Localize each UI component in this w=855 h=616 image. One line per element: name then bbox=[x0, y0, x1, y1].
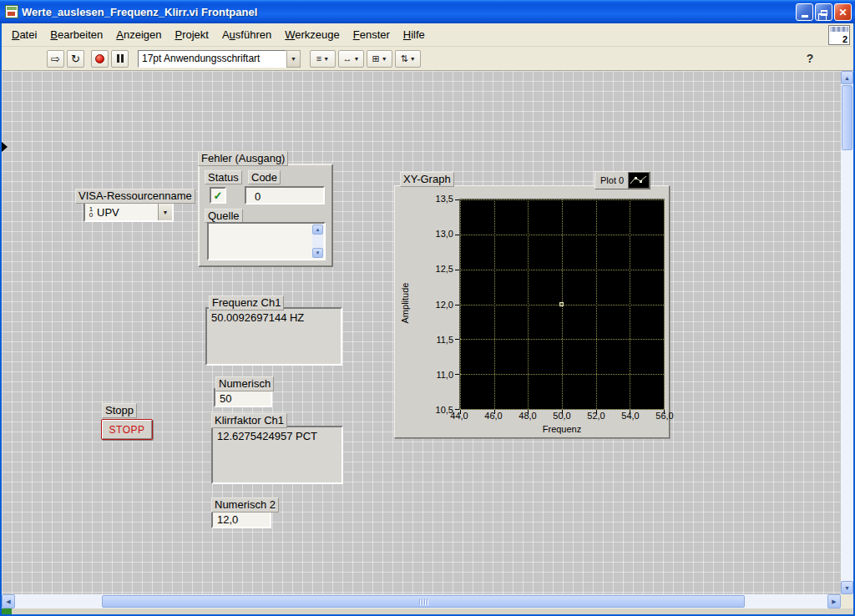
y-tick-label: 11,5 bbox=[436, 335, 453, 345]
x-tick-label: 56,0 bbox=[655, 411, 673, 421]
v-gridline bbox=[630, 199, 630, 409]
x-tick-label: 44,0 bbox=[450, 411, 468, 421]
status-label: Status bbox=[205, 170, 242, 184]
plot-area[interactable] bbox=[459, 199, 665, 410]
menu-item-bearbeiten[interactable]: Bearbeiten bbox=[43, 24, 109, 45]
source-scroll-up-icon[interactable] bbox=[312, 225, 323, 235]
x-tick-label: 54,0 bbox=[621, 411, 639, 421]
pause-icon bbox=[117, 54, 124, 63]
x-tick-labels: 44,046,048,050,052,054,056,0 bbox=[459, 411, 665, 422]
labview-window: Werte_auslesen_Frequenz_Klirr.vi Frontpa… bbox=[0, 0, 855, 616]
menu-item-werkzeuge[interactable]: Werkzeuge bbox=[278, 24, 347, 45]
scroll-up-icon[interactable] bbox=[841, 71, 853, 84]
visa-dropdown-arrow-icon[interactable]: ▼ bbox=[158, 204, 172, 220]
frequenz-indicator: 50.0092697144 HZ bbox=[205, 307, 342, 366]
visa-label: VISA-Ressourcenname bbox=[75, 189, 195, 204]
menu-items: DateiBearbeitenAnzeigenProjektAusführenW… bbox=[5, 24, 432, 45]
window-title: Werte_auslesen_Frequenz_Klirr.vi Frontpa… bbox=[22, 6, 794, 18]
distribute-objects-button[interactable]: ↔▼ bbox=[338, 50, 364, 68]
v-gridline bbox=[528, 199, 529, 409]
front-panel: Fehler (Ausgang) Status Code ✓ 0 Quelle … bbox=[2, 71, 841, 594]
numerisch-label: Numerisch bbox=[215, 376, 274, 391]
v-gridline bbox=[494, 199, 495, 409]
menu-item-hilfe[interactable]: Hilfe bbox=[397, 24, 432, 45]
run-continuous-icon: ↻ bbox=[71, 53, 80, 65]
v-gridline bbox=[460, 199, 461, 409]
io-icon: 10 bbox=[85, 206, 96, 218]
x-tick-label: 48,0 bbox=[519, 411, 536, 421]
numerisch2-label: Numerisch 2 bbox=[211, 497, 279, 512]
align-objects-button[interactable]: ≡▼ bbox=[310, 50, 336, 68]
font-selector-value: 17pt Anwendungsschriftart bbox=[138, 50, 286, 68]
minimize-icon bbox=[802, 15, 808, 18]
horizontal-scroll-thumb[interactable] bbox=[102, 595, 745, 608]
y-tick-mark bbox=[455, 374, 459, 375]
run-continuous-button[interactable]: ↻ bbox=[67, 50, 84, 68]
vi-icon-badge: 2 bbox=[842, 34, 847, 44]
scroll-left-icon[interactable] bbox=[2, 594, 15, 608]
horizontal-scrollbar[interactable] bbox=[2, 594, 841, 608]
vertical-scrollbar[interactable] bbox=[841, 71, 853, 594]
panel-origin-icon bbox=[2, 142, 8, 152]
menu-bar: DateiBearbeitenAnzeigenProjektAusführenW… bbox=[2, 23, 853, 47]
plot-legend[interactable]: Plot 0 bbox=[594, 171, 650, 189]
scroll-down-icon[interactable] bbox=[841, 581, 853, 594]
toolbar: ⇨ ↻ 17pt Anwendungsschriftart ▼ ≡▼ ↔▼ ⊞▼… bbox=[2, 47, 853, 71]
menu-item-datei[interactable]: Datei bbox=[5, 24, 43, 45]
menu-item-ausführen[interactable]: Ausführen bbox=[215, 24, 278, 45]
scroll-right-icon[interactable] bbox=[827, 594, 841, 608]
resize-objects-button[interactable]: ⊞▼ bbox=[367, 50, 392, 68]
y-tick-labels: 13,513,012,512,011,511,010,5 bbox=[415, 199, 455, 410]
reorder-button[interactable]: ⇅▼ bbox=[395, 50, 421, 68]
source-scrollbar[interactable] bbox=[312, 225, 323, 258]
menu-item-projekt[interactable]: Projekt bbox=[168, 24, 215, 45]
run-icon: ⇨ bbox=[51, 53, 60, 65]
align-objects-icon: ≡ bbox=[316, 53, 321, 63]
abort-icon bbox=[95, 54, 104, 63]
error-cluster-label: Fehler (Ausgang) bbox=[198, 151, 288, 166]
menu-item-anzeigen[interactable]: Anzeigen bbox=[109, 24, 168, 45]
vi-icon-graphic bbox=[830, 27, 848, 32]
y-axis-title: Amplitude bbox=[400, 270, 410, 336]
source-indicator bbox=[207, 222, 326, 260]
source-scroll-down-icon[interactable] bbox=[312, 248, 323, 258]
y-tick-label: 13,5 bbox=[436, 194, 453, 204]
font-selector[interactable]: 17pt Anwendungsschriftart ▼ bbox=[138, 50, 301, 68]
window-border-left bbox=[0, 23, 2, 616]
visa-resource-combo[interactable]: 10 UPV ▼ bbox=[83, 202, 174, 222]
v-gridline bbox=[596, 199, 597, 409]
klirrfaktor-label: Klirrfaktor Ch1 bbox=[211, 413, 287, 428]
vi-icon[interactable] bbox=[5, 5, 18, 18]
y-tick-mark bbox=[455, 305, 459, 305]
status-indicator: ✓ bbox=[210, 187, 226, 204]
y-tick-label: 13,0 bbox=[436, 229, 453, 239]
xy-graph-label: XY-Graph bbox=[400, 172, 454, 187]
restore-icon bbox=[821, 10, 827, 16]
distribute-objects-icon: ↔ bbox=[343, 53, 352, 63]
y-tick-mark bbox=[455, 270, 459, 270]
plot-legend-label: Plot 0 bbox=[600, 175, 624, 185]
x-tick-label: 50,0 bbox=[553, 411, 570, 421]
restore-button[interactable] bbox=[815, 3, 832, 21]
source-label: Quelle bbox=[205, 209, 243, 223]
close-button[interactable] bbox=[834, 3, 852, 21]
status-check-icon: ✓ bbox=[214, 189, 223, 202]
code-indicator: 0 bbox=[245, 186, 325, 204]
font-selector-arrow-icon[interactable]: ▼ bbox=[286, 50, 301, 68]
close-icon bbox=[838, 4, 847, 19]
x-axis-title: Frequenz bbox=[459, 424, 665, 434]
scrollbar-corner bbox=[841, 594, 853, 608]
help-button[interactable]: ? bbox=[802, 50, 818, 67]
y-tick-mark bbox=[455, 235, 459, 235]
minimize-button[interactable] bbox=[796, 3, 813, 21]
vi-connector-icon[interactable]: 2 bbox=[828, 25, 850, 45]
reorder-icon: ⇅ bbox=[400, 53, 407, 64]
menu-item-fenster[interactable]: Fenster bbox=[347, 24, 397, 45]
plot-style-icon[interactable] bbox=[628, 172, 650, 189]
stopp-button[interactable]: STOPP bbox=[101, 419, 153, 440]
title-bar[interactable]: Werte_auslesen_Frequenz_Klirr.vi Frontpa… bbox=[0, 0, 855, 23]
abort-button[interactable] bbox=[91, 50, 109, 68]
pause-button[interactable] bbox=[111, 50, 129, 68]
vertical-scroll-thumb[interactable] bbox=[842, 85, 852, 150]
run-button[interactable]: ⇨ bbox=[47, 50, 64, 68]
